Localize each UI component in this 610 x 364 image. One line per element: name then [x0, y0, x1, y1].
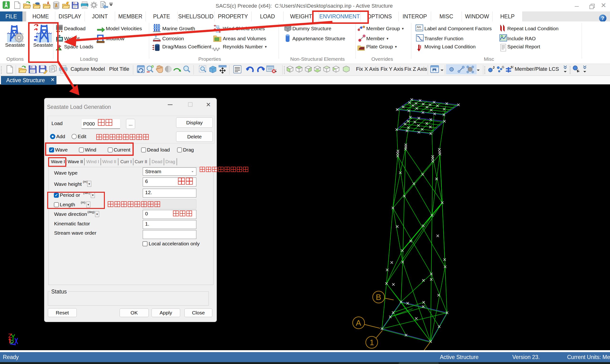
- svg-text:B: B: [376, 293, 381, 302]
- svg-text:G: G: [502, 65, 504, 69]
- svg-text:S1: S1: [511, 65, 514, 69]
- svg-text:1: 1: [370, 338, 374, 347]
- svg-text:Am: Am: [417, 26, 421, 29]
- svg-text:J: J: [493, 65, 494, 69]
- svg-text:A: A: [356, 318, 361, 327]
